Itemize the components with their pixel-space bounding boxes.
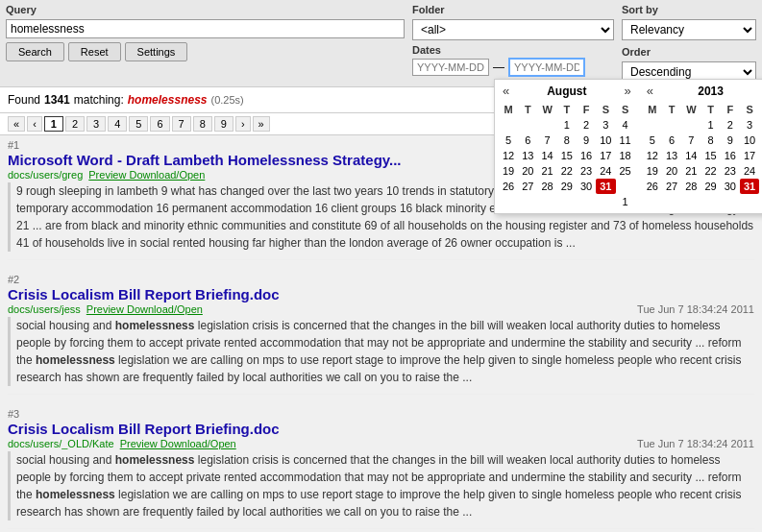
query-input[interactable] [6,19,405,38]
cal-cell[interactable]: 5 [643,133,662,148]
page-9-button[interactable]: 9 [214,116,234,132]
cal-cell[interactable]: 26 [499,179,518,194]
cal-cell[interactable] [557,194,577,209]
cal-cell[interactable]: 2 [721,117,740,133]
cal-cell[interactable]: 29 [557,179,577,194]
cal-cell[interactable] [518,194,537,209]
result-3-title[interactable]: Crisis Localism Bill Report Briefing.doc [8,421,754,437]
cal-cell[interactable]: 13 [518,148,537,163]
cal-cell[interactable]: 27 [518,179,537,194]
cal-cell[interactable]: 8 [557,133,577,148]
cal-cell[interactable]: 12 [643,148,662,163]
cal-cell[interactable]: 23 [577,163,596,179]
cal-cell[interactable]: 16 [721,148,740,163]
cal-cell[interactable]: 8 [701,133,721,148]
cal-cell[interactable]: 6 [662,133,681,148]
cal-cell[interactable]: 14 [538,148,557,163]
result-2-title[interactable]: Crisis Localism Bill Report Briefing.doc [8,286,754,302]
cal-cell[interactable]: 28 [681,179,701,194]
cal-cell[interactable]: 7 [538,133,557,148]
cal-cell[interactable]: 22 [557,163,577,179]
cal-cell[interactable] [596,194,615,209]
cal-cell[interactable] [499,117,518,133]
cal-cell[interactable]: 3 [740,117,759,133]
last-page-button[interactable]: » [253,116,270,132]
cal-cell[interactable]: 10 [596,133,615,148]
result-2-preview[interactable]: Preview Download/Open [86,303,203,315]
cal-cell[interactable]: 24 [596,163,615,179]
cal-cell[interactable]: 21 [681,163,701,179]
cal-cell[interactable]: 16 [577,148,596,163]
cal-cell[interactable] [701,194,721,209]
result-1-preview[interactable]: Preview Download/Open [88,169,205,181]
cal-cell[interactable]: 1 [701,117,721,133]
cal-cell[interactable]: 9 [577,133,596,148]
cal-cell[interactable]: 13 [662,148,681,163]
result-3-preview[interactable]: Preview Download/Open [120,438,236,449]
cal-cell[interactable]: 11 [616,133,635,148]
cal-cell[interactable]: 21 [538,163,557,179]
prev-page-button[interactable]: ‹ [27,116,42,132]
page-8-button[interactable]: 8 [193,116,212,132]
cal-cell[interactable] [740,194,759,209]
cal-cell[interactable]: 15 [701,148,721,163]
cal-cell[interactable] [643,194,662,209]
cal-cell[interactable]: 4 [616,117,635,133]
cal-cell[interactable] [662,117,681,133]
next-page-button[interactable]: › [235,116,251,132]
cal-cell[interactable]: 17 [596,148,615,163]
cal-cell[interactable] [518,117,537,133]
cal-cell[interactable]: 29 [701,179,721,194]
page-4-button[interactable]: 4 [108,116,127,132]
cal-cell[interactable]: 27 [662,179,681,194]
cal-cell[interactable] [616,179,635,194]
page-5-button[interactable]: 5 [129,116,148,132]
cal-cell[interactable] [499,194,518,209]
cal-cell[interactable]: 18 [616,148,635,163]
settings-button[interactable]: Settings [125,42,188,61]
cal-cell[interactable] [681,194,701,209]
page-2-button[interactable]: 2 [65,116,85,132]
cal-cell[interactable] [662,194,681,209]
cal-cell[interactable]: 30 [721,179,740,194]
date-to-input[interactable] [508,58,585,77]
cal-cell[interactable]: 28 [538,179,557,194]
first-page-button[interactable]: « [8,116,25,132]
cal-year-prev[interactable]: « [643,84,657,98]
cal-cell[interactable]: 9 [721,133,740,148]
cal-cell[interactable] [577,194,596,209]
cal-cell[interactable]: 25 [616,163,635,179]
cal-cell[interactable]: 20 [518,163,537,179]
cal-cell[interactable]: 14 [681,148,701,163]
cal-cell[interactable]: 7 [681,133,701,148]
cal-cell[interactable]: 5 [499,133,518,148]
cal-cell[interactable]: 1 [616,194,635,209]
cal-cell[interactable]: 20 [662,163,681,179]
cal-cell[interactable]: 17 [740,148,759,163]
sortby-select[interactable]: Relevancy [622,19,756,40]
cal-today2[interactable]: 31 [740,179,759,194]
cal-cell[interactable]: 23 [721,163,740,179]
cal-cell[interactable]: 15 [557,148,577,163]
page-6-button[interactable]: 6 [150,116,169,132]
cal-cell[interactable]: 19 [499,163,518,179]
cal-cell[interactable]: 19 [643,163,662,179]
cal-cell[interactable] [681,117,701,133]
cal-cell[interactable]: 22 [701,163,721,179]
cal-cell[interactable]: 30 [577,179,596,194]
cal-today[interactable]: 31 [596,179,615,194]
page-7-button[interactable]: 7 [172,116,191,132]
cal-cell[interactable] [538,194,557,209]
cal-cell[interactable] [721,194,740,209]
cal-cell[interactable] [643,117,662,133]
search-button[interactable]: Search [6,42,64,61]
folder-select[interactable]: <all> [412,19,614,40]
reset-button[interactable]: Reset [68,42,121,61]
date-from-input[interactable] [412,59,489,76]
page-1-button[interactable]: 1 [44,116,63,132]
cal-cell[interactable]: 26 [643,179,662,194]
page-3-button[interactable]: 3 [86,116,106,132]
cal-cell[interactable]: 1 [557,117,577,133]
cal-cell[interactable]: 3 [596,117,615,133]
cal-cell[interactable]: 6 [518,133,537,148]
